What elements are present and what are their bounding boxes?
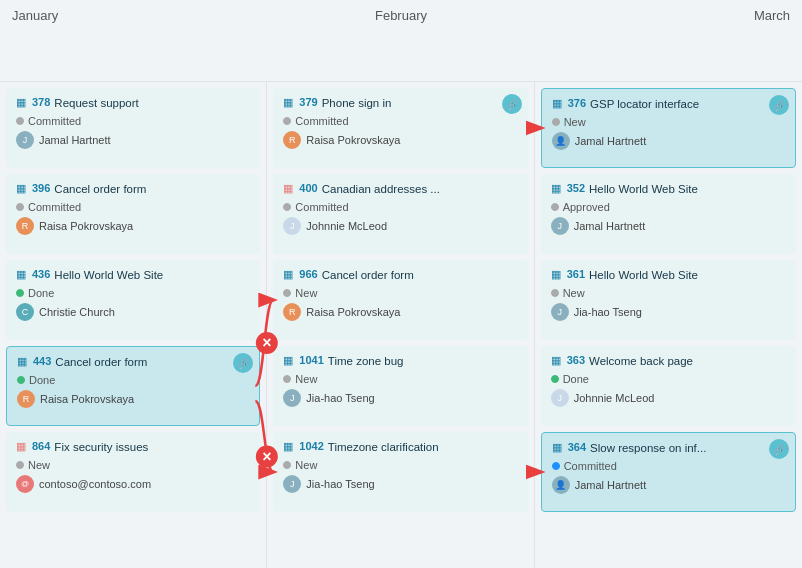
card-id: 1042 <box>299 440 323 452</box>
card-436[interactable]: ▦ 436 Hello World Web Site Done C Christ… <box>6 260 260 340</box>
card-376[interactable]: ▦ 376 GSP locator interface New 👤 Jamal … <box>541 88 796 168</box>
card-user: R Raisa Pokrovskaya <box>17 390 249 408</box>
card-id: 864 <box>32 440 50 452</box>
card-1042[interactable]: ▦ 1042 Timezone clarification New J Jia-… <box>273 432 527 512</box>
status-dot <box>17 376 25 384</box>
status-text: Committed <box>28 115 81 127</box>
status-text: Done <box>28 287 54 299</box>
card-title-row: ▦ 361 Hello World Web Site <box>551 268 786 283</box>
avatar: R <box>283 131 301 149</box>
card-title-row: ▦ 400 Canadian addresses ... <box>283 182 517 197</box>
status-dot <box>16 117 24 125</box>
card-status: Done <box>16 287 250 299</box>
status-text: New <box>295 373 317 385</box>
cards-february: ▦ 379 Phone sign in Committed R Raisa Po… <box>267 82 533 568</box>
status-dot <box>283 117 291 125</box>
card-user: C Christie Church <box>16 303 250 321</box>
status-text: Committed <box>295 115 348 127</box>
column-header-march: March <box>535 0 802 82</box>
link-icon[interactable]: 🔗 <box>502 94 522 114</box>
status-text: New <box>295 459 317 471</box>
status-text: Committed <box>564 460 617 472</box>
avatar: 👤 <box>552 132 570 150</box>
user-name: Jamal Hartnett <box>574 220 646 232</box>
card-id: 1041 <box>299 354 323 366</box>
link-icon[interactable]: 🔗 <box>769 439 789 459</box>
card-id: 966 <box>299 268 317 280</box>
card-title: Cancel order form <box>322 268 414 283</box>
status-text: Done <box>563 373 589 385</box>
card-title-row: ▦ 1041 Time zone bug <box>283 354 517 369</box>
card-user: J Jia-hao Tseng <box>283 389 517 407</box>
card-title-row: ▦ 378 Request support <box>16 96 250 111</box>
card-status: New <box>283 287 517 299</box>
card-title: Timezone clarification <box>328 440 439 455</box>
card-status: Done <box>551 373 786 385</box>
status-text: Approved <box>563 201 610 213</box>
card-352[interactable]: ▦ 352 Hello World Web Site Approved J Ja… <box>541 174 796 254</box>
card-user: J Jia-hao Tseng <box>283 475 517 493</box>
user-name: Jamal Hartnett <box>575 135 647 147</box>
column-january: ▦ 378 Request support Committed J Jamal … <box>0 82 267 568</box>
card-id: 352 <box>567 182 585 194</box>
status-dot <box>551 375 559 383</box>
user-name: Raisa Pokrovskaya <box>306 306 400 318</box>
card-title-row: ▦ 364 Slow response on inf... <box>552 441 785 456</box>
grid-icon: ▦ <box>283 268 293 281</box>
status-dot <box>283 375 291 383</box>
card-id: 400 <box>299 182 317 194</box>
card-1041[interactable]: ▦ 1041 Time zone bug New J Jia-hao Tseng <box>273 346 527 426</box>
card-396[interactable]: ▦ 396 Cancel order form Committed R Rais… <box>6 174 260 254</box>
avatar: J <box>283 475 301 493</box>
avatar: 👤 <box>552 476 570 494</box>
grid-icon: ▦ <box>16 440 26 453</box>
card-id: 364 <box>568 441 586 453</box>
card-status: Approved <box>551 201 786 213</box>
card-user: R Raisa Pokrovskaya <box>283 131 517 149</box>
card-user: R Raisa Pokrovskaya <box>283 303 517 321</box>
card-364[interactable]: ▦ 364 Slow response on inf... Committed … <box>541 432 796 512</box>
status-dot <box>16 203 24 211</box>
card-id: 361 <box>567 268 585 280</box>
card-title: Time zone bug <box>328 354 404 369</box>
status-dot <box>552 118 560 126</box>
card-378[interactable]: ▦ 378 Request support Committed J Jamal … <box>6 88 260 168</box>
avatar: J <box>283 217 301 235</box>
grid-icon: ▦ <box>283 182 293 195</box>
user-name: Jia-hao Tseng <box>306 392 374 404</box>
link-icon[interactable]: 🔗 <box>233 353 253 373</box>
grid-icon: ▦ <box>283 96 293 109</box>
card-user: R Raisa Pokrovskaya <box>16 217 250 235</box>
status-text: New <box>563 287 585 299</box>
card-id: 379 <box>299 96 317 108</box>
card-443[interactable]: ▦ 443 Cancel order form Done R Raisa Pok… <box>6 346 260 426</box>
status-dot <box>283 461 291 469</box>
card-status: Committed <box>16 115 250 127</box>
grid-icon: ▦ <box>17 355 27 368</box>
avatar: @ <box>16 475 34 493</box>
status-text: Committed <box>295 201 348 213</box>
card-title: Slow response on inf... <box>590 441 706 456</box>
card-title: Phone sign in <box>322 96 392 111</box>
card-user: J Jamal Hartnett <box>551 217 786 235</box>
card-status: New <box>16 459 250 471</box>
status-dot <box>283 289 291 297</box>
card-title-row: ▦ 443 Cancel order form <box>17 355 249 370</box>
status-dot <box>551 203 559 211</box>
card-400[interactable]: ▦ 400 Canadian addresses ... Committed J… <box>273 174 527 254</box>
card-title: Cancel order form <box>54 182 146 197</box>
card-864[interactable]: ▦ 864 Fix security issues New @ contoso@… <box>6 432 260 512</box>
card-title-row: ▦ 376 GSP locator interface <box>552 97 785 112</box>
card-361[interactable]: ▦ 361 Hello World Web Site New J Jia-hao… <box>541 260 796 340</box>
grid-icon: ▦ <box>16 182 26 195</box>
card-status: New <box>283 459 517 471</box>
card-379[interactable]: ▦ 379 Phone sign in Committed R Raisa Po… <box>273 88 527 168</box>
card-title: Hello World Web Site <box>589 268 698 283</box>
card-status: Committed <box>283 201 517 213</box>
card-363[interactable]: ▦ 363 Welcome back page Done J Johnnie M… <box>541 346 796 426</box>
link-icon[interactable]: 🔗 <box>769 95 789 115</box>
column-header-january: January <box>0 0 267 82</box>
card-id: 363 <box>567 354 585 366</box>
card-title: GSP locator interface <box>590 97 699 112</box>
card-966[interactable]: ▦ 966 Cancel order form New R Raisa Pokr… <box>273 260 527 340</box>
